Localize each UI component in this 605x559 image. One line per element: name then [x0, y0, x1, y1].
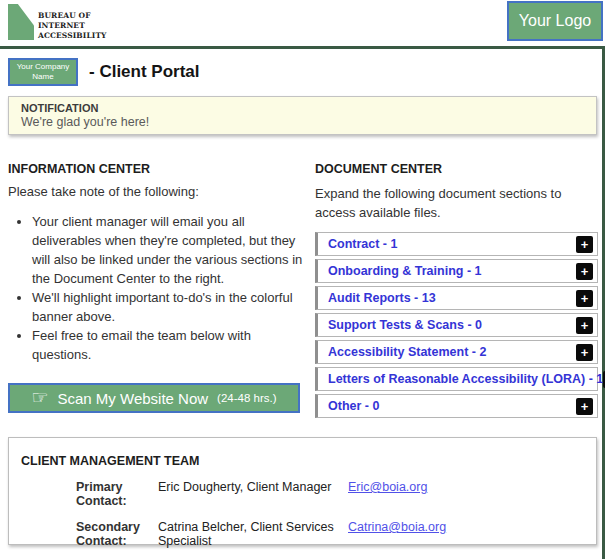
accordion-section-onboarding[interactable]: Onboarding & Training - 1 + — [315, 259, 598, 283]
accordion-section-label: Contract - 1 — [328, 237, 397, 251]
information-center-section: INFORMATION CENTER Please take note of t… — [8, 162, 306, 364]
main-content: Your Company Name - Client Portal NOTIFI… — [0, 49, 605, 559]
page-header: BUREAU OF INTERNET ACCESSIBILITY Your Lo… — [0, 0, 605, 46]
team-row-primary: Primary Contact: Eric Dougherty, Client … — [21, 480, 596, 508]
expand-plus-icon[interactable]: + — [576, 236, 593, 253]
page-title-row: Your Company Name - Client Portal — [8, 58, 200, 86]
accordion-section-contract[interactable]: Contract - 1 + — [315, 232, 598, 256]
scan-website-button[interactable]: ☞ Scan My Website Now (24-48 hrs.) — [8, 383, 300, 413]
accordion-section-label: Other - 0 — [328, 399, 379, 413]
document-center-intro: Expand the following document sections t… — [315, 184, 585, 222]
client-management-team-card: CLIENT MANAGEMENT TEAM Primary Contact: … — [8, 437, 597, 545]
expand-plus-icon[interactable]: + — [576, 290, 593, 307]
boia-logo-mark-icon — [8, 4, 34, 40]
expand-plus-icon[interactable]: + — [576, 263, 593, 280]
pointing-hand-icon: ☞ — [31, 388, 48, 407]
client-logo-placeholder-label: Your Logo — [519, 12, 591, 30]
document-accordion: Contract - 1 + Onboarding & Training - 1… — [315, 232, 598, 418]
company-name-line1: Your Company — [17, 62, 70, 72]
expand-plus-icon[interactable]: + — [576, 317, 593, 334]
scan-button-duration: (24-48 hrs.) — [217, 392, 276, 404]
information-center-heading: INFORMATION CENTER — [8, 162, 306, 176]
boia-logo: BUREAU OF INTERNET ACCESSIBILITY — [8, 4, 107, 40]
info-bullet: We'll highlight important to-do's in the… — [32, 288, 306, 326]
information-center-list: Your client manager will email you all d… — [32, 212, 306, 364]
accordion-section-support-tests[interactable]: Support Tests & Scans - 0 + — [315, 313, 598, 337]
scan-button-label: Scan My Website Now — [58, 390, 209, 407]
team-row-label: Primary Contact: — [76, 480, 158, 508]
team-heading: CLIENT MANAGEMENT TEAM — [21, 454, 596, 468]
team-row-value: Catrina Belcher, Client Services Special… — [158, 520, 348, 548]
company-name-line2: Name — [32, 72, 53, 82]
page-title: - Client Portal — [89, 62, 200, 82]
notification-message: We're glad you're here! — [21, 115, 584, 129]
boia-logo-wordmark: BUREAU OF INTERNET ACCESSIBILITY — [38, 4, 107, 40]
client-logo-placeholder: Your Logo — [507, 1, 603, 41]
expand-plus-icon[interactable]: + — [576, 344, 593, 361]
email-link-secondary[interactable]: Catrina@boia.org — [348, 520, 596, 534]
accordion-section-accessibility-statement[interactable]: Accessibility Statement - 2 + — [315, 340, 598, 364]
team-row-value: Eric Dougherty, Client Manager — [158, 480, 348, 494]
company-name-badge: Your Company Name — [8, 58, 78, 86]
boia-logo-line3: ACCESSIBILITY — [38, 31, 107, 41]
team-row-label: Secondary Contact: — [76, 520, 158, 548]
accordion-section-label: Support Tests & Scans - 0 — [328, 318, 482, 332]
accordion-section-label: Accessibility Statement - 2 — [328, 345, 486, 359]
document-center-heading: DOCUMENT CENTER — [315, 162, 598, 176]
expand-plus-icon[interactable]: + — [576, 398, 593, 415]
accordion-section-lora[interactable]: Letters of Reasonable Accessibility (LOR… — [315, 367, 598, 391]
email-link-primary[interactable]: Eric@boia.org — [348, 480, 596, 494]
document-center-section: DOCUMENT CENTER Expand the following doc… — [315, 162, 598, 421]
team-row-secondary: Secondary Contact: Catrina Belcher, Clie… — [21, 520, 596, 548]
accordion-section-label: Onboarding & Training - 1 — [328, 264, 481, 278]
accordion-section-other[interactable]: Other - 0 + — [315, 394, 598, 418]
info-bullet: Feel free to email the team below with q… — [32, 326, 306, 364]
notification-banner: NOTIFICATION We're glad you're here! — [8, 96, 597, 135]
boia-logo-line2: INTERNET — [38, 21, 107, 31]
accordion-section-audit-reports[interactable]: Audit Reports - 13 + — [315, 286, 598, 310]
information-center-intro: Please take note of the following: — [8, 184, 306, 199]
boia-logo-line1: BUREAU OF — [38, 11, 107, 21]
accordion-section-label: Letters of Reasonable Accessibility (LOR… — [328, 372, 603, 386]
accordion-section-label: Audit Reports - 13 — [328, 291, 436, 305]
info-bullet: Your client manager will email you all d… — [32, 212, 306, 288]
notification-title: NOTIFICATION — [21, 102, 584, 114]
